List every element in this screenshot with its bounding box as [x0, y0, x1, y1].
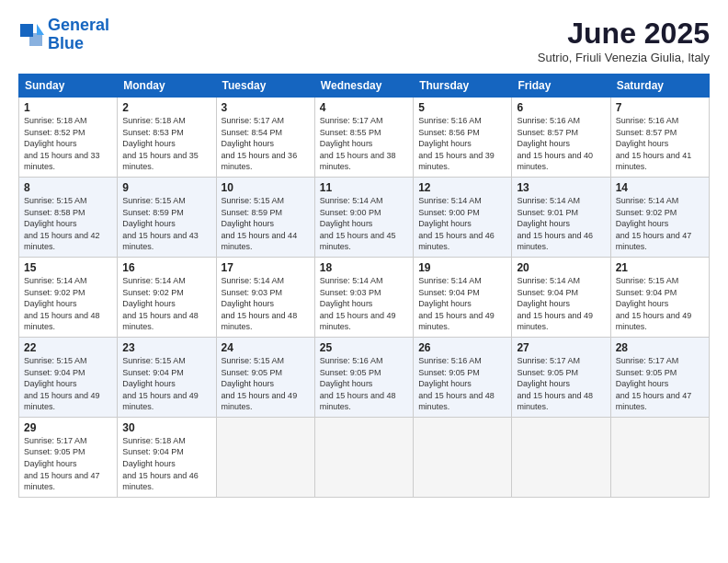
day-number: 1 [24, 101, 112, 114]
logo-line2: Blue [48, 35, 109, 53]
day-info: Sunrise: 5:18 AMSunset: 8:53 PMDaylight … [122, 115, 210, 173]
day-number: 14 [616, 181, 704, 194]
calendar-cell: 30Sunrise: 5:18 AMSunset: 9:04 PMDayligh… [118, 417, 216, 497]
day-number: 18 [320, 261, 408, 274]
calendar-cell: 18Sunrise: 5:14 AMSunset: 9:03 PMDayligh… [314, 257, 413, 337]
calendar-cell: 15Sunrise: 5:14 AMSunset: 9:02 PMDayligh… [19, 257, 118, 337]
day-number: 5 [418, 101, 506, 114]
calendar-cell: 22Sunrise: 5:15 AMSunset: 9:04 PMDayligh… [19, 337, 118, 417]
day-number: 30 [122, 421, 210, 434]
calendar-cell: 26Sunrise: 5:16 AMSunset: 9:05 PMDayligh… [414, 337, 512, 417]
calendar-cell: 25Sunrise: 5:16 AMSunset: 9:05 PMDayligh… [314, 337, 413, 417]
header: General Blue June 2025 Sutrio, Friuli Ve… [18, 17, 710, 64]
calendar-cell [216, 417, 314, 497]
day-info: Sunrise: 5:14 AMSunset: 9:03 PMDaylight … [320, 275, 408, 333]
day-info: Sunrise: 5:17 AMSunset: 9:05 PMDaylight … [616, 355, 704, 413]
calendar-cell: 5Sunrise: 5:16 AMSunset: 8:56 PMDaylight… [414, 98, 512, 178]
day-number: 6 [517, 101, 605, 114]
day-number: 24 [222, 341, 310, 354]
calendar-row-4: 22Sunrise: 5:15 AMSunset: 9:04 PMDayligh… [19, 337, 710, 417]
calendar-cell: 13Sunrise: 5:14 AMSunset: 9:01 PMDayligh… [512, 177, 610, 257]
calendar-row-5: 29Sunrise: 5:17 AMSunset: 9:05 PMDayligh… [19, 417, 710, 497]
day-info: Sunrise: 5:14 AMSunset: 9:04 PMDaylight … [517, 275, 605, 333]
logo-icon [18, 22, 44, 48]
day-number: 29 [24, 421, 112, 434]
day-info: Sunrise: 5:14 AMSunset: 9:04 PMDaylight … [418, 275, 506, 333]
calendar-cell: 10Sunrise: 5:15 AMSunset: 8:59 PMDayligh… [216, 177, 314, 257]
calendar-header-wednesday: Wednesday [314, 75, 413, 98]
calendar-cell [414, 417, 512, 497]
day-number: 20 [517, 261, 605, 274]
day-number: 10 [222, 181, 310, 194]
day-number: 17 [222, 261, 310, 274]
day-info: Sunrise: 5:16 AMSunset: 8:57 PMDaylight … [517, 115, 605, 173]
day-info: Sunrise: 5:16 AMSunset: 8:57 PMDaylight … [616, 115, 704, 173]
calendar-header-thursday: Thursday [414, 75, 512, 98]
day-info: Sunrise: 5:15 AMSunset: 8:59 PMDaylight … [222, 195, 310, 253]
calendar-row-2: 8Sunrise: 5:15 AMSunset: 8:58 PMDaylight… [19, 177, 710, 257]
calendar-cell: 29Sunrise: 5:17 AMSunset: 9:05 PMDayligh… [19, 417, 118, 497]
day-number: 11 [320, 181, 408, 194]
day-number: 23 [122, 341, 210, 354]
day-number: 8 [24, 181, 112, 194]
logo-line1: General [48, 17, 109, 35]
day-info: Sunrise: 5:14 AMSunset: 9:00 PMDaylight … [320, 195, 408, 253]
calendar-cell: 17Sunrise: 5:14 AMSunset: 9:03 PMDayligh… [216, 257, 314, 337]
calendar-header-monday: Monday [118, 75, 216, 98]
day-info: Sunrise: 5:16 AMSunset: 9:05 PMDaylight … [320, 355, 408, 413]
calendar-cell: 23Sunrise: 5:15 AMSunset: 9:04 PMDayligh… [118, 337, 216, 417]
day-number: 21 [616, 261, 704, 274]
calendar-cell: 2Sunrise: 5:18 AMSunset: 8:53 PMDaylight… [118, 98, 216, 178]
day-number: 12 [418, 181, 506, 194]
day-number: 27 [517, 341, 605, 354]
calendar-row-1: 1Sunrise: 5:18 AMSunset: 8:52 PMDaylight… [19, 98, 710, 178]
location: Sutrio, Friuli Venezia Giulia, Italy [538, 51, 710, 64]
day-info: Sunrise: 5:17 AMSunset: 9:05 PMDaylight … [517, 355, 605, 413]
calendar-cell: 14Sunrise: 5:14 AMSunset: 9:02 PMDayligh… [610, 177, 709, 257]
logo-text: General Blue [48, 17, 109, 53]
calendar-cell: 19Sunrise: 5:14 AMSunset: 9:04 PMDayligh… [414, 257, 512, 337]
svg-marker-2 [37, 24, 44, 35]
calendar-cell: 24Sunrise: 5:15 AMSunset: 9:05 PMDayligh… [216, 337, 314, 417]
calendar-cell [314, 417, 413, 497]
day-info: Sunrise: 5:14 AMSunset: 9:02 PMDaylight … [122, 275, 210, 333]
day-info: Sunrise: 5:14 AMSunset: 9:02 PMDaylight … [616, 195, 704, 253]
day-info: Sunrise: 5:17 AMSunset: 8:54 PMDaylight … [222, 115, 310, 173]
calendar-cell: 1Sunrise: 5:18 AMSunset: 8:52 PMDaylight… [19, 98, 118, 178]
svg-rect-1 [29, 33, 42, 46]
calendar-cell: 28Sunrise: 5:17 AMSunset: 9:05 PMDayligh… [610, 337, 709, 417]
calendar-cell: 4Sunrise: 5:17 AMSunset: 8:55 PMDaylight… [314, 98, 413, 178]
calendar-cell: 21Sunrise: 5:15 AMSunset: 9:04 PMDayligh… [610, 257, 709, 337]
day-info: Sunrise: 5:15 AMSunset: 8:59 PMDaylight … [122, 195, 210, 253]
calendar-header-sunday: Sunday [19, 75, 118, 98]
calendar-cell: 27Sunrise: 5:17 AMSunset: 9:05 PMDayligh… [512, 337, 610, 417]
calendar-cell: 6Sunrise: 5:16 AMSunset: 8:57 PMDaylight… [512, 98, 610, 178]
day-number: 7 [616, 101, 704, 114]
day-number: 15 [24, 261, 112, 274]
calendar-header-row: SundayMondayTuesdayWednesdayThursdayFrid… [19, 75, 710, 98]
page: General Blue June 2025 Sutrio, Friuli Ve… [0, 0, 728, 563]
calendar-cell: 11Sunrise: 5:14 AMSunset: 9:00 PMDayligh… [314, 177, 413, 257]
logo: General Blue [18, 17, 109, 53]
calendar-header-friday: Friday [512, 75, 610, 98]
day-number: 3 [222, 101, 310, 114]
day-info: Sunrise: 5:17 AMSunset: 9:05 PMDaylight … [24, 435, 112, 493]
calendar-cell: 20Sunrise: 5:14 AMSunset: 9:04 PMDayligh… [512, 257, 610, 337]
calendar-cell [512, 417, 610, 497]
day-info: Sunrise: 5:15 AMSunset: 8:58 PMDaylight … [24, 195, 112, 253]
calendar-cell: 7Sunrise: 5:16 AMSunset: 8:57 PMDaylight… [610, 98, 709, 178]
title-area: June 2025 Sutrio, Friuli Venezia Giulia,… [538, 17, 710, 64]
day-info: Sunrise: 5:14 AMSunset: 9:01 PMDaylight … [517, 195, 605, 253]
day-info: Sunrise: 5:14 AMSunset: 9:02 PMDaylight … [24, 275, 112, 333]
month-title: June 2025 [538, 17, 710, 51]
day-number: 2 [122, 101, 210, 114]
calendar-cell: 3Sunrise: 5:17 AMSunset: 8:54 PMDaylight… [216, 98, 314, 178]
day-number: 16 [122, 261, 210, 274]
day-info: Sunrise: 5:14 AMSunset: 9:03 PMDaylight … [222, 275, 310, 333]
calendar-cell [610, 417, 709, 497]
day-number: 4 [320, 101, 408, 114]
day-number: 19 [418, 261, 506, 274]
day-info: Sunrise: 5:14 AMSunset: 9:00 PMDaylight … [418, 195, 506, 253]
day-number: 9 [122, 181, 210, 194]
day-info: Sunrise: 5:15 AMSunset: 9:04 PMDaylight … [616, 275, 704, 333]
